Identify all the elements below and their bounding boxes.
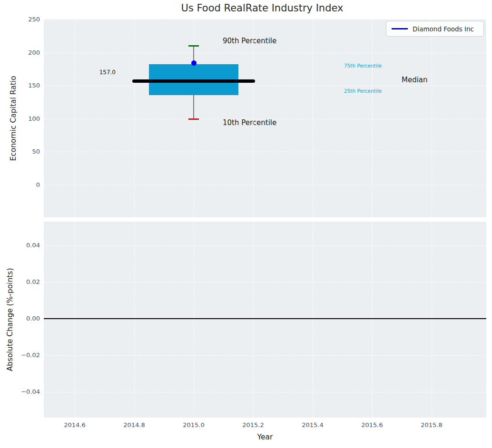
y-tick-label: 200 — [11, 49, 40, 57]
v-gridline — [253, 19, 254, 217]
whisker-cap-90 — [188, 45, 199, 47]
figure: Us Food RealRate Industry Index 90th Per… — [0, 0, 492, 448]
h-gridline — [44, 282, 486, 282]
h-gridline — [44, 53, 486, 53]
x-tick-label: 2015.4 — [291, 421, 334, 429]
bottom-axes: 2014.62014.82015.02015.22015.42015.62015… — [44, 222, 486, 418]
zero-line — [44, 318, 486, 319]
legend-line-icon — [392, 28, 408, 29]
y-tick-label: −0.04 — [11, 388, 40, 396]
legend-label: Diamond Foods Inc — [413, 25, 474, 33]
x-tick-label: 2015.0 — [172, 421, 215, 429]
v-gridline — [194, 222, 194, 418]
v-gridline — [75, 222, 75, 418]
v-gridline — [432, 222, 432, 418]
h-gridline — [44, 355, 486, 356]
v-gridline — [75, 19, 75, 217]
annotation-10th-percentile: 10th Percentile — [223, 118, 276, 127]
h-gridline — [44, 245, 486, 246]
y-tick-label: 0.00 — [11, 315, 40, 322]
x-tick-label: 2015.6 — [351, 421, 394, 429]
h-gridline — [44, 119, 486, 119]
x-tick-label: 2015.8 — [410, 421, 453, 429]
h-gridline — [44, 19, 486, 20]
annotation-90th-percentile: 90th Percentile — [223, 37, 276, 45]
v-gridline — [313, 222, 313, 418]
v-gridline — [313, 19, 313, 217]
legend: Diamond Foods Inc — [386, 21, 484, 37]
whisker-cap-10 — [188, 118, 199, 120]
y-axis-label-top: Economic Capital Ratio — [9, 76, 18, 161]
x-axis-label: Year — [257, 433, 273, 441]
x-tick-label: 2015.2 — [232, 421, 275, 429]
v-gridline — [372, 19, 373, 217]
h-gridline — [44, 86, 486, 86]
company-marker — [191, 60, 197, 66]
v-gridline — [432, 19, 432, 217]
y-tick-label: 250 — [11, 16, 40, 23]
y-tick-label: −0.02 — [11, 351, 40, 359]
annotation-median: Median — [402, 76, 428, 84]
h-gridline — [44, 392, 486, 392]
y-tick-label: 0.02 — [11, 278, 40, 286]
median-line — [132, 79, 255, 83]
v-gridline — [372, 222, 373, 418]
annotation-25th-percentile: 25th Percentile — [344, 88, 382, 94]
v-gridline — [134, 19, 135, 217]
median-value-label: 157.0 — [99, 69, 116, 76]
x-tick-label: 2014.8 — [113, 421, 156, 429]
y-axis-label-bottom: Absolute Change (%-points) — [6, 268, 14, 371]
h-gridline — [44, 185, 486, 185]
h-gridline — [44, 152, 486, 152]
v-gridline — [253, 222, 254, 418]
y-tick-label: 0 — [11, 181, 40, 189]
annotation-75th-percentile: 75th Percentile — [344, 63, 382, 68]
chart-title: Us Food RealRate Industry Index — [181, 2, 344, 14]
top-axes: 90th Percentile 10th Percentile 75th Per… — [44, 19, 486, 217]
v-gridline — [134, 222, 135, 418]
y-tick-label: 0.04 — [11, 242, 40, 249]
x-tick-label: 2014.6 — [53, 421, 96, 429]
